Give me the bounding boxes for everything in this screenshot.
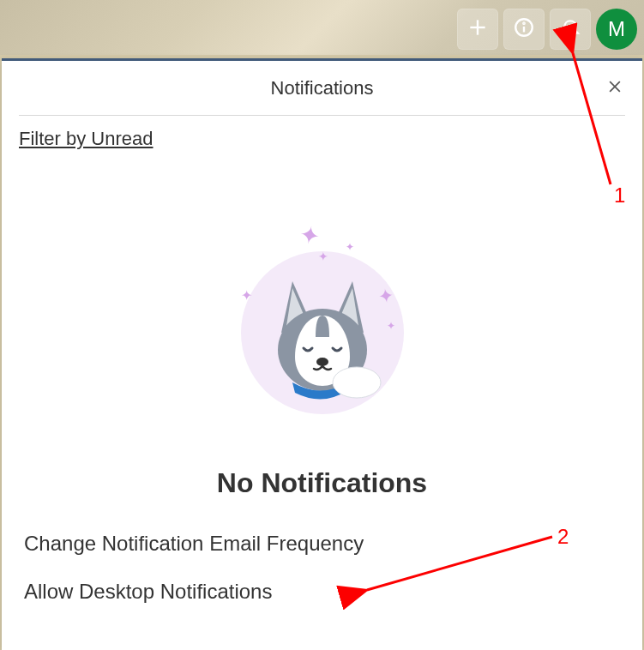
- filter-unread-link[interactable]: Filter by Unread: [19, 128, 153, 149]
- notifications-button[interactable]: [550, 9, 591, 50]
- dog-icon: [245, 256, 400, 410]
- close-button[interactable]: [601, 75, 629, 102]
- notification-settings-links: Change Notification Email Frequency Allo…: [2, 532, 642, 604]
- info-icon: [513, 16, 535, 42]
- filter-row: Filter by Unread: [2, 116, 642, 159]
- avatar[interactable]: M: [596, 9, 637, 50]
- header-actions: M: [457, 9, 637, 50]
- add-button[interactable]: [457, 9, 498, 50]
- close-icon: [606, 75, 623, 101]
- empty-state: ✦ ✦ ✦ ✦ ✦ ✦: [2, 159, 642, 604]
- avatar-initial: M: [608, 17, 625, 41]
- panel-header: Notifications: [19, 61, 625, 116]
- bell-icon: [559, 16, 581, 42]
- change-email-frequency-link[interactable]: Change Notification Email Frequency: [24, 532, 620, 556]
- info-button[interactable]: [503, 9, 545, 50]
- svg-point-4: [523, 22, 524, 23]
- svg-point-8: [316, 358, 328, 366]
- plus-icon: [466, 16, 489, 42]
- allow-desktop-notifications-link[interactable]: Allow Desktop Notifications: [24, 580, 620, 604]
- panel-title: Notifications: [271, 77, 374, 99]
- notifications-panel: Notifications Filter by Unread ✦ ✦ ✦ ✦ ✦…: [2, 58, 642, 650]
- empty-title: No Notifications: [217, 467, 427, 499]
- empty-illustration: ✦ ✦ ✦ ✦ ✦ ✦: [241, 251, 404, 414]
